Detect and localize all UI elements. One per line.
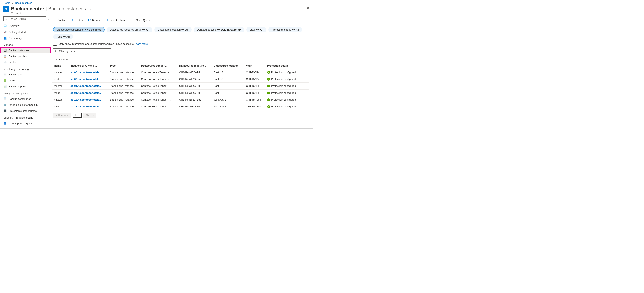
refresh-icon [88, 19, 91, 22]
cell-status: ✓Protection configured [265, 83, 302, 90]
sidebar-item-icon: ☁️ [4, 61, 6, 64]
sidebar-item[interactable]: 👥Community [0, 35, 51, 41]
table-row[interactable]: msdb sql00.na.contosohotels... Standalon… [52, 76, 308, 83]
filter-by-name-input[interactable]: Filter by name [53, 48, 111, 54]
instance-link[interactable]: sql00.na.contosohotels... [70, 78, 102, 81]
cell-name: master [52, 96, 68, 103]
open-query-button[interactable]: Open Query [132, 19, 150, 22]
success-icon: ✓ [267, 78, 270, 81]
filter-pill[interactable]: Datasource subscription == 3 selected [53, 27, 105, 32]
filter-pill[interactable]: Vault == All [246, 27, 266, 32]
collapse-sidebar-icon[interactable]: « [48, 18, 49, 21]
sidebar-item[interactable]: ⚙️Azure policies for backup [0, 102, 51, 108]
table-row[interactable]: master sql01.na.contosohotels... Standal… [52, 83, 308, 90]
page-title: Backup center | Backup instances [11, 6, 86, 12]
row-more-button[interactable]: ··· [302, 83, 308, 90]
success-icon: ✓ [267, 71, 270, 74]
cell-vault: CH1-RV-Sec [244, 96, 265, 103]
row-more-button[interactable]: ··· [302, 76, 308, 83]
cell-location: East US [212, 76, 244, 83]
sidebar-item[interactable]: 📑Backup jobs [0, 72, 51, 78]
instance-link[interactable]: sql01.na.contosohotels... [70, 85, 102, 88]
table-row[interactable]: msdb sql01.na.contosohotels... Standalon… [52, 90, 308, 96]
refresh-button[interactable]: Refresh [88, 19, 102, 22]
breadcrumb-current[interactable]: Backup center [15, 2, 32, 5]
sidebar-group-header: Policy and compliance [0, 90, 51, 96]
sidebar-item-label: New support request [8, 122, 33, 125]
breadcrumb-home[interactable]: Home [4, 2, 10, 5]
previous-page-button[interactable]: < Previous [53, 113, 71, 118]
sidebar-search[interactable]: Search (Ctrl+/) [4, 17, 46, 21]
instance-link[interactable]: sql00.na.contosohotels... [70, 71, 102, 74]
cell-vault: CH1-RV-Sec [244, 103, 265, 110]
row-more-button[interactable]: ··· [302, 103, 308, 110]
sidebar-item[interactable]: 📄Backup compliance [0, 96, 51, 102]
instance-link[interactable]: sql01.na.contosohotels... [70, 91, 102, 94]
select-columns-button[interactable]: Select columns [105, 19, 127, 22]
cell-resource-group: CH1-RetailRG-Sec [177, 96, 212, 103]
filter-pill[interactable]: Datasource type == SQL in Azure VM [194, 27, 244, 32]
cell-instance: sql12.na.contosohotels... [68, 96, 108, 103]
cell-instance: sql00.na.contosohotels... [68, 69, 108, 76]
access-checkbox[interactable] [53, 42, 57, 46]
sidebar-item[interactable]: 👤New support request [0, 120, 51, 126]
column-header[interactable]: Datasource location [212, 63, 244, 69]
sidebar-item[interactable]: 🚀Getting started [0, 29, 51, 35]
row-more-button[interactable]: ··· [302, 69, 308, 76]
next-page-button[interactable]: Next > [83, 113, 96, 118]
row-more-button[interactable]: ··· [302, 96, 308, 103]
undo-icon [70, 19, 74, 22]
page-select[interactable]: 1 ⌄ [73, 113, 82, 118]
cell-status: ✓Protection configured [265, 69, 302, 76]
table-row[interactable]: master sql00.na.contosohotels... Standal… [52, 69, 308, 76]
cell-vault: CH1-RV-Pri [244, 90, 265, 96]
restore-button[interactable]: Restore [70, 19, 84, 22]
cell-status: ✓Protection configured [265, 96, 302, 103]
sidebar-item[interactable]: 🗄️Protectable datasources [0, 108, 51, 114]
success-icon: ✓ [267, 105, 270, 108]
backup-button[interactable]: Backup [53, 19, 66, 22]
sidebar-item[interactable]: ☁️Vaults [0, 59, 51, 65]
sidebar-item[interactable]: 📗Alerts [0, 78, 51, 84]
sidebar-item-icon: 📄 [4, 97, 6, 100]
filter-pill[interactable]: Tags == All [53, 34, 73, 39]
filter-pill[interactable]: Datasource resource group == All [107, 27, 152, 32]
row-more-button[interactable]: ··· [302, 90, 308, 96]
cell-name: master [52, 83, 68, 90]
sidebar-item-icon: 👥 [4, 36, 6, 40]
more-icon[interactable]: ··· [88, 6, 91, 11]
table-row[interactable]: msdb sql12.na.contosohotels... Standalon… [52, 103, 308, 110]
arrow-right-icon [105, 19, 108, 22]
column-header[interactable]: Instance or Always ... [68, 63, 108, 69]
sidebar-item-icon: 🗄️ [4, 109, 6, 112]
sidebar-item[interactable]: 🌐Overview [0, 23, 51, 29]
close-icon[interactable]: ✕ [306, 6, 309, 11]
column-header[interactable]: Type [108, 63, 139, 69]
column-header[interactable]: Vault [244, 63, 265, 69]
results-table: Name ↑↓Instance or Always ...TypeDatasou… [52, 63, 308, 110]
sort-icon: ↑↓ [62, 65, 64, 67]
instance-link[interactable]: sql12.na.contosohotels... [70, 98, 102, 101]
cell-location: West US 2 [212, 96, 244, 103]
learn-more-link[interactable]: Learn more [134, 42, 148, 45]
column-header[interactable]: Name ↑↓ [52, 63, 68, 69]
instance-link[interactable]: sql12.na.contosohotels... [70, 105, 102, 108]
pager: < Previous 1 ⌄ Next > [52, 110, 308, 118]
cell-resource-group: CH1-RetailRG-Pri [177, 69, 212, 76]
sidebar-item[interactable]: 📊Backup reports [0, 84, 51, 90]
filter-pill[interactable]: Protection status == All [268, 27, 302, 32]
sidebar-group-header: Monitoring + reporting [0, 65, 51, 72]
filter-pill[interactable]: Datasource location == All [154, 27, 192, 32]
column-header[interactable]: Datasource resourc... [177, 63, 212, 69]
sidebar-item[interactable]: 📋Backup policies [0, 53, 51, 59]
column-header[interactable]: Datasource subscri... [139, 63, 177, 69]
table-row[interactable]: master sql12.na.contosohotels... Standal… [52, 96, 308, 103]
success-icon: ✓ [267, 92, 270, 94]
sidebar-item-label: Overview [8, 25, 20, 28]
column-header[interactable]: Protection status [265, 63, 302, 69]
cell-name: msdb [52, 90, 68, 96]
chevron-down-icon: ⌄ [78, 114, 80, 117]
sidebar-item-icon: 📋 [4, 55, 6, 58]
sidebar-item[interactable]: 🔲Backup instances [0, 47, 51, 53]
sidebar-group-header: Manage [0, 41, 51, 47]
